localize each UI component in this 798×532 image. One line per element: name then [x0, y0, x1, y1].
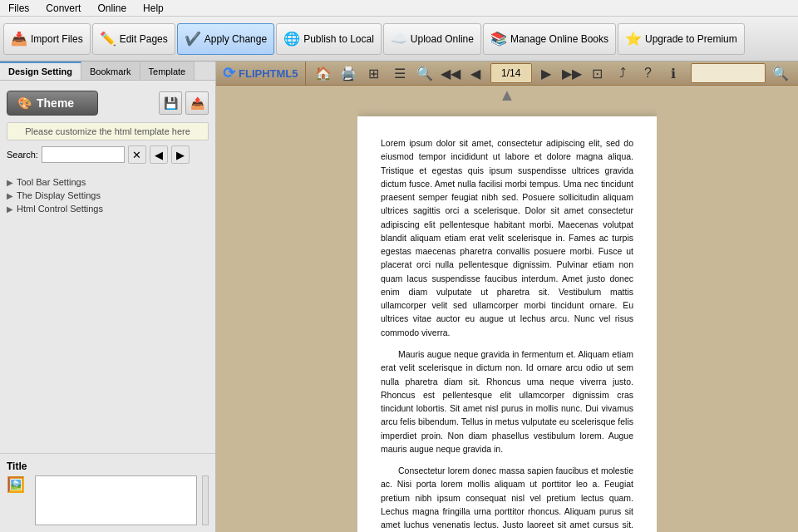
- search-prev-icon[interactable]: ◀: [150, 145, 168, 164]
- book-paragraph-3: Consectetur lorem donec massa sapien fau…: [381, 464, 633, 532]
- tree-expand-icon-3: ▶: [7, 204, 13, 214]
- flip-zoom-btn[interactable]: 🔍: [414, 62, 436, 85]
- theme-section: 🎨 Theme 💾 📤 Please customize the html te…: [0, 81, 215, 172]
- page-input[interactable]: [490, 63, 532, 83]
- menu-help[interactable]: Help: [140, 2, 167, 14]
- tab-template[interactable]: Template: [140, 62, 195, 80]
- menu-online[interactable]: Online: [94, 2, 130, 14]
- upload-label: Upload Online: [411, 33, 474, 45]
- apply-icon: ✔️: [185, 31, 201, 47]
- tree-expand-icon-2: ▶: [7, 191, 13, 200]
- settings-tree: ▶ Tool Bar Settings ▶ The Display Settin…: [0, 172, 215, 219]
- theme-action-icons: 💾 📤: [159, 91, 209, 115]
- theme-save-icon[interactable]: 💾: [159, 91, 182, 115]
- theme-icon: 🎨: [17, 96, 32, 110]
- title-scrollbar[interactable]: [202, 475, 209, 525]
- publish-label: Publish to Local: [303, 33, 374, 45]
- manage-books-button[interactable]: 📚 Manage Online Books: [483, 23, 616, 55]
- publish-icon: 🌐: [283, 31, 300, 47]
- flip-brand-label: FLIPHTML5: [239, 67, 298, 80]
- title-section: Title 🖼️: [0, 453, 215, 532]
- search-row: Search: ✕ ◀ ▶: [7, 144, 209, 165]
- flip-brand: ⟳ FLIPHTML5: [223, 64, 298, 82]
- upgrade-label: Upgrade to Premium: [645, 33, 737, 45]
- upload-online-button[interactable]: ☁️ Upload Online: [383, 23, 481, 55]
- flip-grid-btn[interactable]: ⊞: [363, 62, 386, 85]
- tree-html-label: Html Control Settings: [17, 204, 103, 214]
- apply-label: Apply Change: [204, 33, 267, 45]
- search-input[interactable]: [42, 146, 125, 163]
- book-paragraph-1: Lorem ipsum dolor sit amet, consectetur …: [381, 136, 633, 339]
- manage-icon: 📚: [490, 31, 507, 47]
- book-page: Lorem ipsum dolor sit amet, consectetur …: [357, 116, 657, 532]
- title-label: Title: [7, 461, 209, 472]
- left-panel: Design Setting Bookmark Template 🎨 Theme…: [0, 62, 216, 532]
- flip-forward-btn[interactable]: ▶: [535, 62, 558, 85]
- main-toolbar: 📥 Import Files ✏️ Edit Pages ✔️ Apply Ch…: [0, 17, 798, 62]
- book-paragraph-2: Mauris augue neque gravida in fermentum …: [381, 347, 633, 456]
- flip-toc-btn[interactable]: ☰: [388, 62, 411, 85]
- flip-fullscreen-btn[interactable]: ⊡: [586, 62, 608, 85]
- design-tabs: Design Setting Bookmark Template: [0, 62, 215, 81]
- apply-change-button[interactable]: ✔️ Apply Change: [177, 23, 274, 55]
- right-panel: ⟳ FLIPHTML5 🏠 🖨️ ⊞ ☰ 🔍 ◀◀ ◀ ▶ ▶▶ ⊡ ⤴ ? ℹ…: [216, 62, 798, 532]
- menu-convert[interactable]: Convert: [42, 2, 84, 14]
- tab-design-setting[interactable]: Design Setting: [0, 62, 81, 80]
- tab-bookmark[interactable]: Bookmark: [81, 62, 140, 80]
- title-icon: 🖼️: [7, 475, 30, 499]
- flip-logo-icon: ⟳: [223, 64, 235, 82]
- import-files-button[interactable]: 📥 Import Files: [3, 23, 91, 55]
- tree-toolbar-label: Tool Bar Settings: [17, 177, 86, 187]
- flip-toolbar: ⟳ FLIPHTML5 🏠 🖨️ ⊞ ☰ 🔍 ◀◀ ◀ ▶ ▶▶ ⊡ ⤴ ? ℹ…: [216, 62, 798, 86]
- theme-export-icon[interactable]: 📤: [185, 91, 209, 115]
- import-icon: 📥: [11, 31, 27, 47]
- upgrade-premium-button[interactable]: ⭐ Upgrade to Premium: [618, 23, 745, 55]
- title-row: 🖼️: [7, 475, 209, 525]
- tree-item-html[interactable]: ▶ Html Control Settings: [7, 202, 209, 215]
- menu-bar: Files Convert Online Help: [0, 0, 798, 17]
- upgrade-icon: ⭐: [625, 31, 642, 47]
- flip-next-btn[interactable]: ▶▶: [560, 62, 583, 85]
- manage-label: Manage Online Books: [510, 33, 608, 45]
- tree-item-display[interactable]: ▶ The Display Settings: [7, 189, 209, 202]
- customize-bar: Please customize the html template here: [7, 122, 209, 140]
- tree-item-toolbar[interactable]: ▶ Tool Bar Settings: [7, 175, 209, 189]
- flip-prev-btn[interactable]: ◀◀: [440, 62, 462, 85]
- flip-back-btn[interactable]: ◀: [465, 62, 487, 85]
- flip-info-btn[interactable]: ℹ: [663, 62, 685, 85]
- search-next-icon[interactable]: ▶: [171, 145, 190, 164]
- flip-share-btn[interactable]: ⤴: [612, 62, 634, 85]
- flip-home-btn[interactable]: 🏠: [312, 62, 334, 85]
- theme-button[interactable]: 🎨 Theme: [7, 91, 98, 116]
- flip-search-btn[interactable]: 🔍: [769, 62, 791, 85]
- edit-icon: ✏️: [100, 31, 116, 47]
- theme-row: 🎨 Theme 💾 📤: [7, 87, 209, 119]
- main-layout: Design Setting Bookmark Template 🎨 Theme…: [0, 62, 798, 532]
- page-area: Lorem ipsum dolor sit amet, consectetur …: [357, 108, 657, 532]
- theme-label: Theme: [37, 96, 74, 110]
- up-arrow-btn[interactable]: ▲: [499, 86, 515, 105]
- tree-expand-icon: ▶: [7, 178, 13, 187]
- edit-pages-button[interactable]: ✏️ Edit Pages: [92, 23, 175, 55]
- upload-icon: ☁️: [391, 31, 407, 47]
- import-label: Import Files: [31, 33, 83, 45]
- tree-display-label: The Display Settings: [17, 190, 101, 200]
- title-textarea[interactable]: [35, 475, 197, 525]
- search-clear-icon[interactable]: ✕: [128, 145, 146, 164]
- menu-files[interactable]: Files: [5, 2, 32, 14]
- search-label: Search:: [7, 150, 38, 160]
- book-content-wrapper: ▲ Lorem ipsum dolor sit amet, consectetu…: [357, 86, 657, 532]
- edit-label: Edit Pages: [120, 33, 168, 45]
- flip-separator-1: [305, 62, 306, 85]
- publish-local-button[interactable]: 🌐 Publish to Local: [276, 23, 382, 55]
- flip-help-btn[interactable]: ?: [637, 62, 659, 85]
- flip-print-btn[interactable]: 🖨️: [337, 62, 360, 85]
- flip-search-input[interactable]: [691, 63, 766, 83]
